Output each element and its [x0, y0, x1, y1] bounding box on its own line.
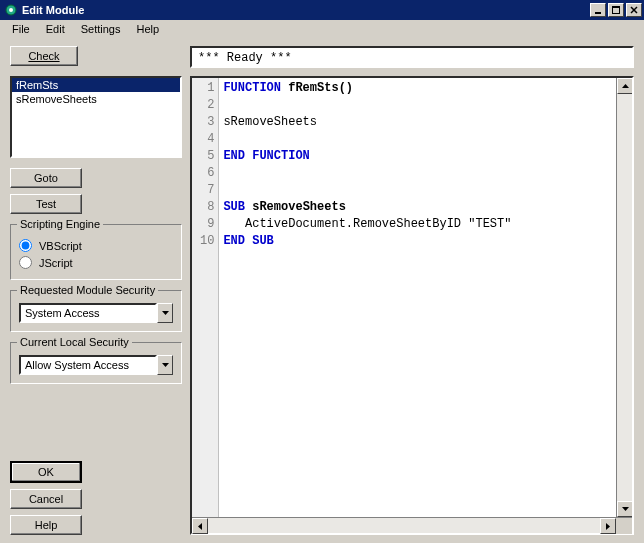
- code-lines[interactable]: FUNCTION fRemSts() sRemoveSheets END FUN…: [219, 78, 616, 517]
- title-bar: Edit Module: [0, 0, 644, 20]
- requested-security-value: System Access: [19, 303, 157, 323]
- scripting-engine-legend: Scripting Engine: [17, 218, 103, 230]
- menu-bar: File Edit Settings Help: [0, 20, 644, 38]
- svg-marker-12: [606, 523, 610, 530]
- main-area: Check fRemStssRemoveSheets Goto Test Scr…: [0, 38, 644, 543]
- vertical-scrollbar[interactable]: [616, 78, 632, 517]
- right-panel: *** Ready *** 12345678910 FUNCTION fRemS…: [190, 38, 644, 543]
- radio-jscript[interactable]: JScript: [19, 254, 173, 271]
- function-list[interactable]: fRemStssRemoveSheets: [10, 76, 182, 158]
- window-title: Edit Module: [22, 4, 590, 16]
- scroll-track[interactable]: [617, 94, 632, 501]
- svg-point-1: [9, 8, 13, 12]
- svg-marker-7: [162, 311, 169, 315]
- scripting-engine-group: Scripting Engine VBScript JScript: [10, 224, 182, 280]
- cancel-button[interactable]: Cancel: [10, 489, 82, 509]
- local-security-dropdown[interactable]: Allow System Access: [19, 355, 173, 375]
- scroll-up-icon[interactable]: [617, 78, 632, 94]
- scroll-track[interactable]: [208, 518, 600, 533]
- local-security-legend: Current Local Security: [17, 336, 132, 348]
- app-icon: [4, 3, 18, 17]
- list-item[interactable]: fRemSts: [12, 78, 180, 92]
- goto-button[interactable]: Goto: [10, 168, 82, 188]
- requested-security-dropdown[interactable]: System Access: [19, 303, 173, 323]
- radio-vbscript[interactable]: VBScript: [19, 237, 173, 254]
- requested-security-group: Requested Module Security System Access: [10, 290, 182, 332]
- ok-button[interactable]: OK: [10, 461, 82, 483]
- svg-marker-11: [198, 523, 202, 530]
- svg-rect-2: [595, 12, 601, 14]
- local-security-value: Allow System Access: [19, 355, 157, 375]
- menu-file[interactable]: File: [4, 21, 38, 37]
- dropdown-arrow-icon[interactable]: [157, 303, 173, 323]
- svg-marker-10: [622, 507, 629, 511]
- svg-rect-4: [612, 6, 620, 8]
- radio-vbscript-label: VBScript: [39, 240, 82, 252]
- scroll-left-icon[interactable]: [192, 518, 208, 534]
- maximize-button[interactable]: [608, 3, 624, 17]
- svg-marker-9: [622, 84, 629, 88]
- scroll-down-icon[interactable]: [617, 501, 632, 517]
- menu-help[interactable]: Help: [128, 21, 167, 37]
- code-editor[interactable]: 12345678910 FUNCTION fRemSts() sRemoveSh…: [190, 76, 634, 535]
- menu-edit[interactable]: Edit: [38, 21, 73, 37]
- radio-jscript-label: JScript: [39, 257, 73, 269]
- scroll-right-icon[interactable]: [600, 518, 616, 534]
- check-button[interactable]: Check: [10, 46, 78, 66]
- help-button[interactable]: Help: [10, 515, 82, 535]
- test-button[interactable]: Test: [10, 194, 82, 214]
- horizontal-scrollbar[interactable]: [192, 517, 632, 533]
- line-gutter: 12345678910: [192, 78, 219, 517]
- dropdown-arrow-icon[interactable]: [157, 355, 173, 375]
- svg-marker-8: [162, 363, 169, 367]
- close-button[interactable]: [626, 3, 642, 17]
- left-panel: Check fRemStssRemoveSheets Goto Test Scr…: [0, 38, 190, 543]
- list-item[interactable]: sRemoveSheets: [12, 92, 180, 106]
- local-security-group: Current Local Security Allow System Acce…: [10, 342, 182, 384]
- radio-vbscript-input[interactable]: [19, 239, 32, 252]
- menu-settings[interactable]: Settings: [73, 21, 129, 37]
- requested-security-legend: Requested Module Security: [17, 284, 158, 296]
- minimize-button[interactable]: [590, 3, 606, 17]
- radio-jscript-input[interactable]: [19, 256, 32, 269]
- scroll-corner: [616, 518, 632, 534]
- status-box: *** Ready ***: [190, 46, 634, 68]
